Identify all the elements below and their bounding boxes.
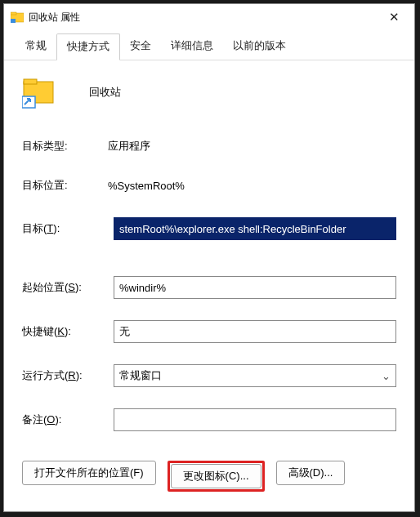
tab-shortcut[interactable]: 快捷方式 — [56, 33, 120, 60]
svg-rect-2 — [11, 19, 16, 23]
chevron-down-icon: ⌄ — [382, 370, 391, 382]
target-type-row: 目标类型: 应用程序 — [22, 139, 396, 154]
tab-strip: 常规 快捷方式 安全 详细信息 以前的版本 — [4, 33, 414, 60]
target-type-value: 应用程序 — [108, 139, 396, 154]
target-row: 目标(T): — [22, 217, 396, 240]
run-select[interactable]: 常规窗口 ⌄ — [114, 364, 396, 387]
target-location-row: 目标位置: %SystemRoot% — [22, 178, 396, 193]
comment-row: 备注(O): — [22, 408, 396, 431]
tab-label: 快捷方式 — [67, 40, 109, 52]
hotkey-label: 快捷键(K): — [22, 324, 114, 339]
target-label: 目标(T): — [22, 221, 114, 236]
folder-icon — [11, 11, 24, 24]
startin-row: 起始位置(S): — [22, 276, 396, 299]
advanced-button[interactable]: 高级(D)... — [276, 461, 346, 485]
shortcut-pane: 回收站 目标类型: 应用程序 目标位置: %SystemRoot% 目标(T):… — [4, 60, 414, 492]
tab-label: 常规 — [25, 39, 47, 51]
tab-general[interactable]: 常规 — [16, 33, 56, 60]
properties-window: 回收站 属性 ✕ 常规 快捷方式 安全 详细信息 以前的版本 回收站 目标类型: — [3, 3, 415, 512]
comment-input[interactable] — [114, 408, 396, 431]
svg-rect-4 — [24, 79, 37, 84]
tab-security[interactable]: 安全 — [120, 33, 161, 60]
button-label: 更改图标(C)... — [183, 469, 249, 484]
tab-label: 详细信息 — [171, 39, 213, 51]
close-button[interactable]: ✕ — [376, 5, 413, 29]
target-location-value: %SystemRoot% — [108, 180, 396, 192]
icon-row: 回收站 — [22, 75, 396, 109]
startin-label: 起始位置(S): — [22, 280, 114, 295]
window-title: 回收站 属性 — [29, 11, 80, 25]
button-label: 打开文件所在的位置(F) — [34, 466, 144, 480]
svg-rect-1 — [11, 12, 16, 15]
run-select-value: 常规窗口 — [119, 368, 162, 383]
run-label: 运行方式(R): — [22, 368, 114, 383]
hotkey-input[interactable] — [114, 320, 396, 343]
tab-label: 安全 — [130, 39, 151, 51]
shortcut-display-name: 回收站 — [89, 85, 121, 100]
target-location-label: 目标位置: — [22, 178, 108, 193]
comment-label: 备注(O): — [22, 412, 114, 427]
tab-details[interactable]: 详细信息 — [161, 33, 223, 60]
change-icon-button[interactable]: 更改图标(C)... — [171, 464, 261, 488]
startin-input[interactable] — [114, 276, 396, 299]
button-row: 打开文件所在的位置(F) 更改图标(C)... 高级(D)... — [22, 452, 396, 492]
highlight-annotation: 更改图标(C)... — [168, 461, 265, 492]
tab-previous-versions[interactable]: 以前的版本 — [223, 33, 296, 60]
close-icon: ✕ — [389, 10, 400, 25]
open-file-location-button[interactable]: 打开文件所在的位置(F) — [22, 461, 156, 485]
titlebar: 回收站 属性 ✕ — [4, 4, 414, 30]
folder-shortcut-icon — [22, 75, 56, 109]
target-input[interactable] — [114, 217, 396, 240]
hotkey-row: 快捷键(K): — [22, 320, 396, 343]
target-type-label: 目标类型: — [22, 139, 108, 154]
run-row: 运行方式(R): 常规窗口 ⌄ — [22, 364, 396, 387]
tab-label: 以前的版本 — [233, 39, 286, 51]
button-label: 高级(D)... — [288, 466, 333, 480]
